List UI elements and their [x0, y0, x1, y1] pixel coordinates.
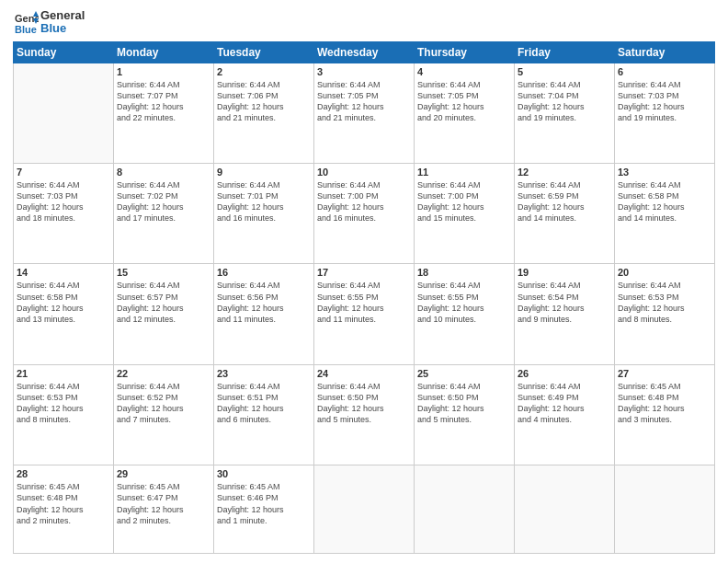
day-number: 24	[317, 368, 411, 379]
calendar-cell: 15Sunrise: 6:44 AM Sunset: 6:57 PM Dayli…	[114, 264, 214, 364]
day-number: 28	[17, 468, 110, 479]
calendar-week-2: 7Sunrise: 6:44 AM Sunset: 7:03 PM Daylig…	[14, 164, 715, 264]
day-number: 8	[117, 167, 210, 178]
day-info: Sunrise: 6:44 AM Sunset: 6:58 PM Dayligh…	[618, 179, 711, 224]
weekday-header-monday: Monday	[114, 41, 214, 63]
day-info: Sunrise: 6:45 AM Sunset: 6:48 PM Dayligh…	[618, 381, 711, 426]
day-number: 5	[518, 66, 611, 77]
calendar-cell: 17Sunrise: 6:44 AM Sunset: 6:55 PM Dayli…	[314, 264, 415, 364]
calendar-cell: 11Sunrise: 6:44 AM Sunset: 7:00 PM Dayli…	[415, 164, 515, 264]
day-number: 11	[417, 167, 511, 178]
svg-text:Blue: Blue	[15, 24, 37, 35]
logo-general: General	[40, 9, 85, 22]
page: General Blue General Blue SundayMondayTu…	[0, 0, 728, 563]
day-info: Sunrise: 6:45 AM Sunset: 6:48 PM Dayligh…	[17, 481, 110, 526]
calendar-cell: 29Sunrise: 6:45 AM Sunset: 6:47 PM Dayli…	[114, 465, 214, 554]
day-number: 26	[518, 368, 611, 379]
logo-icon: General Blue	[13, 9, 39, 35]
calendar-cell: 24Sunrise: 6:44 AM Sunset: 6:50 PM Dayli…	[314, 364, 415, 465]
calendar-cell: 22Sunrise: 6:44 AM Sunset: 6:52 PM Dayli…	[114, 364, 214, 465]
calendar-cell	[615, 465, 715, 554]
day-info: Sunrise: 6:44 AM Sunset: 7:06 PM Dayligh…	[217, 79, 311, 124]
calendar-cell: 4Sunrise: 6:44 AM Sunset: 7:05 PM Daylig…	[415, 63, 515, 163]
day-number: 19	[518, 267, 611, 278]
day-info: Sunrise: 6:45 AM Sunset: 6:47 PM Dayligh…	[117, 481, 210, 526]
weekday-header-saturday: Saturday	[615, 41, 715, 63]
calendar-cell: 25Sunrise: 6:44 AM Sunset: 6:50 PM Dayli…	[415, 364, 515, 465]
day-info: Sunrise: 6:44 AM Sunset: 6:52 PM Dayligh…	[117, 381, 210, 426]
day-info: Sunrise: 6:44 AM Sunset: 6:57 PM Dayligh…	[117, 280, 210, 325]
day-info: Sunrise: 6:44 AM Sunset: 7:05 PM Dayligh…	[417, 79, 511, 124]
calendar-cell: 1Sunrise: 6:44 AM Sunset: 7:07 PM Daylig…	[114, 63, 214, 163]
day-info: Sunrise: 6:44 AM Sunset: 7:04 PM Dayligh…	[518, 79, 611, 124]
calendar-cell	[314, 465, 415, 554]
day-number: 6	[618, 66, 711, 77]
day-number: 29	[117, 468, 210, 479]
day-number: 30	[217, 468, 311, 479]
calendar-cell: 5Sunrise: 6:44 AM Sunset: 7:04 PM Daylig…	[515, 63, 615, 163]
day-number: 25	[417, 368, 511, 379]
calendar-cell: 10Sunrise: 6:44 AM Sunset: 7:00 PM Dayli…	[314, 164, 415, 264]
calendar-cell: 27Sunrise: 6:45 AM Sunset: 6:48 PM Dayli…	[615, 364, 715, 465]
day-info: Sunrise: 6:44 AM Sunset: 6:55 PM Dayligh…	[317, 280, 411, 325]
day-number: 20	[618, 267, 711, 278]
calendar-cell	[415, 465, 515, 554]
calendar-cell: 26Sunrise: 6:44 AM Sunset: 6:49 PM Dayli…	[515, 364, 615, 465]
day-info: Sunrise: 6:44 AM Sunset: 7:03 PM Dayligh…	[17, 179, 110, 224]
day-number: 23	[217, 368, 311, 379]
calendar-cell: 8Sunrise: 6:44 AM Sunset: 7:02 PM Daylig…	[114, 164, 214, 264]
calendar-cell: 6Sunrise: 6:44 AM Sunset: 7:03 PM Daylig…	[615, 63, 715, 163]
day-info: Sunrise: 6:44 AM Sunset: 6:59 PM Dayligh…	[518, 179, 611, 224]
calendar-cell: 13Sunrise: 6:44 AM Sunset: 6:58 PM Dayli…	[615, 164, 715, 264]
calendar-cell: 19Sunrise: 6:44 AM Sunset: 6:54 PM Dayli…	[515, 264, 615, 364]
day-info: Sunrise: 6:44 AM Sunset: 6:53 PM Dayligh…	[17, 381, 110, 426]
calendar-cell: 18Sunrise: 6:44 AM Sunset: 6:55 PM Dayli…	[415, 264, 515, 364]
calendar-cell: 20Sunrise: 6:44 AM Sunset: 6:53 PM Dayli…	[615, 264, 715, 364]
day-number: 22	[117, 368, 210, 379]
calendar-week-3: 14Sunrise: 6:44 AM Sunset: 6:58 PM Dayli…	[14, 264, 715, 364]
calendar-header-row: SundayMondayTuesdayWednesdayThursdayFrid…	[14, 41, 715, 63]
weekday-header-friday: Friday	[515, 41, 615, 63]
day-number: 12	[518, 167, 611, 178]
calendar-cell: 14Sunrise: 6:44 AM Sunset: 6:58 PM Dayli…	[14, 264, 114, 364]
day-info: Sunrise: 6:44 AM Sunset: 7:00 PM Dayligh…	[417, 179, 511, 224]
day-number: 7	[17, 167, 110, 178]
day-info: Sunrise: 6:44 AM Sunset: 6:50 PM Dayligh…	[417, 381, 511, 426]
header: General Blue General Blue	[13, 9, 715, 36]
calendar-cell	[14, 63, 114, 163]
calendar: SundayMondayTuesdayWednesdayThursdayFrid…	[13, 41, 715, 554]
day-number: 14	[17, 267, 110, 278]
day-number: 13	[618, 167, 711, 178]
calendar-cell: 23Sunrise: 6:44 AM Sunset: 6:51 PM Dayli…	[214, 364, 314, 465]
day-info: Sunrise: 6:44 AM Sunset: 7:03 PM Dayligh…	[618, 79, 711, 124]
calendar-cell: 16Sunrise: 6:44 AM Sunset: 6:56 PM Dayli…	[214, 264, 314, 364]
day-number: 21	[17, 368, 110, 379]
calendar-week-5: 28Sunrise: 6:45 AM Sunset: 6:48 PM Dayli…	[14, 465, 715, 554]
calendar-cell: 2Sunrise: 6:44 AM Sunset: 7:06 PM Daylig…	[214, 63, 314, 163]
calendar-cell: 9Sunrise: 6:44 AM Sunset: 7:01 PM Daylig…	[214, 164, 314, 264]
day-number: 1	[117, 66, 210, 77]
day-info: Sunrise: 6:44 AM Sunset: 6:49 PM Dayligh…	[518, 381, 611, 426]
day-info: Sunrise: 6:44 AM Sunset: 6:54 PM Dayligh…	[518, 280, 611, 325]
logo-blue: Blue	[40, 22, 85, 35]
day-info: Sunrise: 6:45 AM Sunset: 6:46 PM Dayligh…	[217, 481, 311, 526]
day-info: Sunrise: 6:44 AM Sunset: 7:02 PM Dayligh…	[117, 179, 210, 224]
day-number: 2	[217, 66, 311, 77]
day-number: 10	[317, 167, 411, 178]
day-info: Sunrise: 6:44 AM Sunset: 7:00 PM Dayligh…	[317, 179, 411, 224]
day-info: Sunrise: 6:44 AM Sunset: 6:56 PM Dayligh…	[217, 280, 311, 325]
day-number: 3	[317, 66, 411, 77]
calendar-week-1: 1Sunrise: 6:44 AM Sunset: 7:07 PM Daylig…	[14, 63, 715, 163]
calendar-cell: 30Sunrise: 6:45 AM Sunset: 6:46 PM Dayli…	[214, 465, 314, 554]
logo: General Blue General Blue	[13, 9, 85, 36]
calendar-cell: 12Sunrise: 6:44 AM Sunset: 6:59 PM Dayli…	[515, 164, 615, 264]
calendar-cell: 21Sunrise: 6:44 AM Sunset: 6:53 PM Dayli…	[14, 364, 114, 465]
day-number: 27	[618, 368, 711, 379]
day-number: 16	[217, 267, 311, 278]
calendar-cell: 28Sunrise: 6:45 AM Sunset: 6:48 PM Dayli…	[14, 465, 114, 554]
day-number: 4	[417, 66, 511, 77]
weekday-header-sunday: Sunday	[14, 41, 114, 63]
day-info: Sunrise: 6:44 AM Sunset: 6:51 PM Dayligh…	[217, 381, 311, 426]
calendar-cell: 3Sunrise: 6:44 AM Sunset: 7:05 PM Daylig…	[314, 63, 415, 163]
day-info: Sunrise: 6:44 AM Sunset: 6:58 PM Dayligh…	[17, 280, 110, 325]
